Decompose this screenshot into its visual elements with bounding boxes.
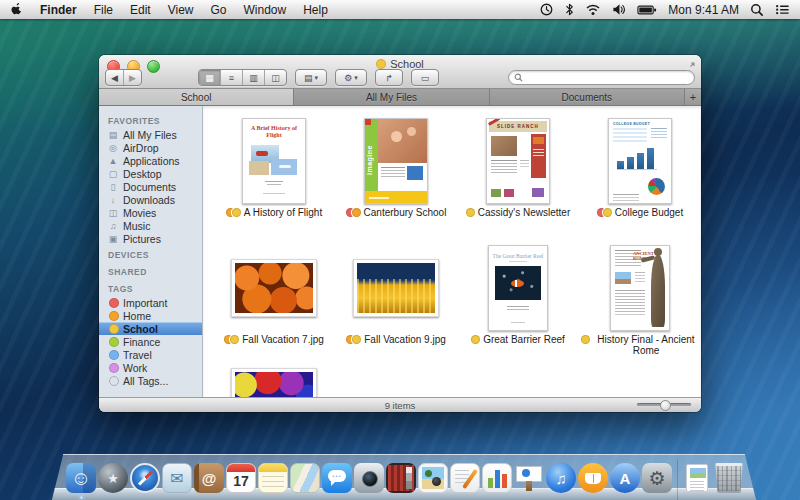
sidebar-item-all-tags-[interactable]: All Tags... bbox=[99, 374, 202, 387]
new-tab-button[interactable]: + bbox=[685, 89, 701, 105]
sidebar-item-school[interactable]: School bbox=[99, 322, 202, 335]
menu-file[interactable]: File bbox=[94, 3, 113, 17]
dock-item-facetime[interactable] bbox=[354, 463, 384, 493]
dock-item-contacts[interactable]: @ bbox=[194, 463, 224, 493]
tag-color-dot bbox=[603, 208, 612, 217]
tab-school[interactable]: School bbox=[99, 89, 294, 105]
menu-view[interactable]: View bbox=[168, 3, 194, 17]
dock-item-app-store[interactable]: A bbox=[610, 463, 640, 493]
dock-item-iphoto[interactable] bbox=[418, 463, 448, 493]
dock-item-keynote[interactable] bbox=[514, 463, 544, 493]
file-item-great-barrier-reef[interactable]: The Great Barrier ReefGreat Barrier Reef bbox=[457, 241, 579, 368]
dock-item-trash[interactable] bbox=[714, 463, 744, 493]
coverflow-view-button[interactable]: ◫ bbox=[264, 70, 286, 85]
dock-item-system-preferences[interactable]: ⚙ bbox=[642, 463, 672, 493]
file-thumbnail[interactable]: imagine bbox=[364, 114, 428, 204]
dock-item-calendar[interactable]: 17 bbox=[226, 463, 256, 493]
sidebar-item-downloads[interactable]: ↓Downloads bbox=[99, 193, 202, 206]
menu-go[interactable]: Go bbox=[211, 3, 227, 17]
sidebar-item-finance[interactable]: Finance bbox=[99, 335, 202, 348]
file-thumbnail[interactable] bbox=[353, 241, 439, 331]
dock-item-maps[interactable] bbox=[290, 463, 320, 493]
sidebar-item-all-my-files[interactable]: ▤All My Files bbox=[99, 128, 202, 141]
action-button[interactable]: ⚙▾ bbox=[336, 70, 366, 85]
file-item-college-budget[interactable]: COLLEGE BUDGETCollege Budget bbox=[579, 114, 701, 241]
volume-icon[interactable] bbox=[612, 3, 626, 16]
tab-documents[interactable]: Documents bbox=[490, 89, 685, 105]
dock-item-documents-stack[interactable] bbox=[682, 463, 712, 493]
dock-item-mail[interactable]: ✉ bbox=[162, 463, 192, 493]
dock-item-launchpad[interactable]: ★ bbox=[98, 463, 128, 493]
file-thumbnail[interactable]: COLLEGE BUDGET bbox=[608, 114, 672, 204]
file-item-cassidy-s-newsletter[interactable]: SLIDE RANCHCassidy's Newsletter bbox=[457, 114, 579, 241]
dock-item-pages[interactable] bbox=[450, 463, 480, 493]
file-thumbnail[interactable]: The Great Barrier Reef bbox=[488, 241, 548, 331]
file-thumbnail[interactable]: ANCIENT ROME bbox=[610, 241, 670, 331]
sidebar-item-desktop[interactable]: ▢Desktop bbox=[99, 167, 202, 180]
sidebar-item-documents[interactable]: ▯Documents bbox=[99, 180, 202, 193]
file-thumbnail[interactable]: A Brief History of Flight bbox=[242, 114, 306, 204]
search-input[interactable] bbox=[526, 71, 694, 84]
sidebar-item-travel[interactable]: Travel bbox=[99, 348, 202, 361]
apple-menu[interactable] bbox=[10, 1, 23, 19]
dock-item-numbers[interactable] bbox=[482, 463, 512, 493]
menu-edit[interactable]: Edit bbox=[130, 3, 151, 17]
dock-item-photo-booth[interactable] bbox=[386, 463, 416, 493]
sidebar-item-pictures[interactable]: ▣Pictures bbox=[99, 232, 202, 245]
menu-bar-clock[interactable]: Mon 9:41 AM bbox=[668, 3, 739, 17]
spotlight-icon[interactable] bbox=[750, 3, 764, 17]
file-thumbnail[interactable] bbox=[231, 241, 317, 331]
notification-center-icon[interactable] bbox=[775, 3, 790, 16]
dock-item-safari[interactable] bbox=[130, 463, 160, 493]
tab-bar: SchoolAll My FilesDocuments+ bbox=[99, 89, 701, 106]
column-view-button[interactable]: ▥ bbox=[242, 70, 264, 85]
icon-size-slider[interactable] bbox=[637, 403, 691, 406]
menu-help[interactable]: Help bbox=[303, 3, 328, 17]
sidebar-section-devices: DEVICES bbox=[99, 245, 202, 262]
menu-window[interactable]: Window bbox=[244, 3, 287, 17]
sidebar-item-important[interactable]: Important bbox=[99, 296, 202, 309]
back-button[interactable]: ◀ bbox=[106, 70, 123, 85]
dock-item-messages[interactable]: ••• bbox=[322, 463, 352, 493]
dock-item-finder[interactable]: ☺ bbox=[66, 463, 96, 493]
file-thumbnail[interactable]: THE STORY OFPIGMENTS bbox=[231, 368, 317, 397]
battery-icon[interactable] bbox=[637, 4, 657, 16]
dock-item-ibooks[interactable] bbox=[578, 463, 608, 493]
tag-color-dot bbox=[109, 298, 119, 308]
sidebar-item-label: Travel bbox=[123, 349, 152, 361]
list-view-button[interactable]: ≡ bbox=[220, 70, 242, 85]
art-shape bbox=[617, 169, 657, 170]
tab-all-my-files[interactable]: All My Files bbox=[294, 89, 489, 105]
file-item-canterbury-school[interactable]: imagineCanterbury School bbox=[335, 114, 457, 241]
sidebar-item-work[interactable]: Work bbox=[99, 361, 202, 374]
sidebar-item-home[interactable]: Home bbox=[99, 309, 202, 322]
dock-item-itunes[interactable]: ♫ bbox=[546, 463, 576, 493]
tags-button[interactable]: ▭ bbox=[412, 70, 438, 85]
menu-finder[interactable]: Finder bbox=[40, 3, 77, 17]
search-field[interactable] bbox=[508, 70, 695, 85]
file-item-partial[interactable]: THE STORY OFPIGMENTS bbox=[213, 368, 335, 397]
sidebar-item-movies[interactable]: ◫Movies bbox=[99, 206, 202, 219]
file-item-a-history-of-flight[interactable]: A Brief History of FlightA History of Fl… bbox=[213, 114, 335, 241]
file-item-fall-vacation-7-jpg[interactable]: Fall Vacation 7.jpg bbox=[213, 241, 335, 368]
file-thumbnail[interactable]: SLIDE RANCH bbox=[486, 114, 550, 204]
dock-glyph: ★ bbox=[98, 463, 128, 493]
icon-view-button[interactable]: ▦ bbox=[199, 70, 220, 85]
file-item-history-final-ancient-rome[interactable]: ANCIENT ROMEHistory Final - Ancient Rome bbox=[579, 241, 701, 368]
slider-knob[interactable] bbox=[660, 400, 671, 411]
wifi-icon[interactable] bbox=[585, 3, 601, 16]
sidebar-item-music[interactable]: ♫Music bbox=[99, 219, 202, 232]
art-shape bbox=[504, 189, 514, 197]
forward-button[interactable]: ▶ bbox=[123, 70, 141, 85]
movies-icon: ◫ bbox=[107, 208, 119, 218]
arrange-button[interactable]: ▤▾ bbox=[296, 70, 326, 85]
sidebar-item-airdrop[interactable]: ◎AirDrop bbox=[99, 141, 202, 154]
share-button[interactable]: ↱ bbox=[376, 70, 402, 85]
time-machine-icon[interactable] bbox=[539, 2, 554, 17]
file-item-fall-vacation-9-jpg[interactable]: Fall Vacation 9.jpg bbox=[335, 241, 457, 368]
bluetooth-icon[interactable] bbox=[565, 2, 574, 17]
sidebar-item-applications[interactable]: ▲Applications bbox=[99, 154, 202, 167]
dock-item-notes[interactable] bbox=[258, 463, 288, 493]
file-tag-dots bbox=[597, 208, 612, 217]
chevron-down-icon: ▾ bbox=[315, 74, 319, 82]
